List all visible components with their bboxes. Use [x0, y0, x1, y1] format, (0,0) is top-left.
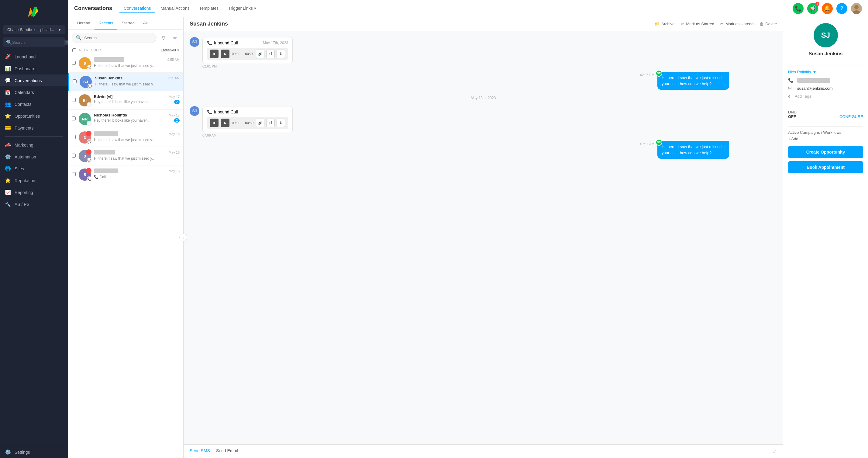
archive-button[interactable]: 📁 Archive [655, 22, 674, 26]
stop-button[interactable]: ■ [210, 50, 219, 58]
create-opportunity-button[interactable]: Create Opportunity [788, 146, 863, 158]
tab-templates[interactable]: Templates [195, 4, 223, 13]
automation-icon: ⚙️ [5, 154, 11, 160]
sidebar-search-input[interactable] [12, 40, 63, 45]
conv-checkbox[interactable] [73, 79, 76, 83]
conv-list: Unread Recents Starred All 🔍 ▽ ✏ 418 RES… [68, 17, 184, 458]
avatar: SJ [190, 37, 199, 47]
sidebar-item-label: Dashboard [14, 66, 36, 71]
message-preview: Hey there! It looks like you haven'.. [94, 118, 150, 122]
workspace-selector[interactable]: Chase Sandbox -- philad... ▾ [3, 25, 65, 34]
tab-unread[interactable]: Unread [73, 17, 95, 29]
tab-trigger-links[interactable]: Trigger Links ▾ [224, 4, 260, 13]
play-button[interactable]: ▶ [221, 50, 229, 58]
list-item[interactable]: NR @ Nicholas Rollintis May 17 Hey there… [68, 110, 183, 128]
search-icon: 🔍 [76, 35, 82, 41]
sidebar-item-dashboard[interactable]: 📊 Dashboard [0, 63, 68, 75]
archive-icon: 📁 [655, 22, 659, 26]
top-bar: Conversations Conversations Manual Actio… [68, 0, 868, 17]
audio-player: ■ ▶ 00:00 00:24 🔊 x1 ⬇ [207, 48, 288, 60]
add-campaign-button[interactable]: + Add [788, 137, 863, 141]
list-item[interactable]: 3 💬 ██ █ ██ May 16 Hi there, I saw that … [68, 147, 183, 166]
sidebar-item-asps[interactable]: 🔧 AS / PS [0, 198, 68, 210]
phone-icon-button[interactable]: 📞 [793, 3, 804, 14]
filter-button[interactable]: ▽ [159, 33, 168, 42]
download-button[interactable]: ⬇ [277, 119, 285, 127]
select-all-checkbox[interactable] [72, 48, 76, 52]
conv-search-field[interactable]: 🔍 [72, 33, 157, 43]
conv-list-tabs: Unread Recents Starred All [68, 17, 183, 30]
sidebar-item-automation[interactable]: ⚙️ Automation [0, 151, 68, 163]
reputation-icon: ⭐ [5, 178, 11, 183]
tab-all[interactable]: All [139, 17, 152, 29]
stop-button[interactable]: ■ [210, 119, 219, 127]
tab-recents[interactable]: Recents [95, 17, 118, 29]
settings-item[interactable]: ⚙️ Settings [0, 446, 68, 458]
avatar: 5 📞 [79, 169, 91, 181]
tab-send-email[interactable]: Send Email [216, 448, 238, 454]
conv-checkbox[interactable] [72, 135, 76, 139]
list-item[interactable]: SJ 💬 Susan Jenkins 7:11 AM Hi there, I s… [68, 73, 183, 91]
avatar: 9 💬 [79, 57, 91, 69]
sort-selector[interactable]: Latest-All ▾ [161, 48, 179, 52]
sidebar-item-launchpad[interactable]: 🚀 Launchpad [0, 51, 68, 63]
speed-button[interactable]: x1 [266, 50, 275, 58]
mark-starred-button[interactable]: ☆ Mark as Starred [680, 22, 714, 26]
sidebar-search-bar[interactable]: 🔍 ⌘K + [3, 37, 65, 47]
sidebar-item-conversations[interactable]: 💬 Conversations [0, 75, 68, 86]
sidebar: Chase Sandbox -- philad... ▾ 🔍 ⌘K + 🚀 La… [0, 0, 68, 458]
tab-manual-actions[interactable]: Manual Actions [157, 4, 194, 13]
conv-checkbox[interactable] [72, 61, 76, 65]
tab-conversations[interactable]: Conversations [119, 4, 155, 13]
help-icon-button[interactable]: ? [836, 3, 847, 14]
sidebar-item-calendars[interactable]: 📅 Calendars [0, 86, 68, 98]
conv-checkbox[interactable] [72, 172, 76, 176]
add-tags-placeholder[interactable]: Add Tags [795, 94, 811, 98]
list-item[interactable]: El @ Edwin [vl] May 17 Hey there! It loo… [68, 91, 183, 110]
configure-button[interactable]: CONFIGURE [839, 114, 863, 119]
download-button[interactable]: ⬇ [277, 50, 285, 58]
play-button[interactable]: ▶ [221, 119, 229, 127]
compose-button[interactable]: ✏ [170, 33, 180, 42]
user-avatar[interactable] [851, 3, 862, 14]
volume-button[interactable]: 🔊 [256, 50, 265, 58]
book-appointment-button[interactable]: Book Appointment [788, 161, 863, 173]
chat-footer: Send SMS Send Email ⤢ [184, 444, 783, 458]
sidebar-item-sites[interactable]: 🌐 Sites [0, 163, 68, 175]
assigned-user-name[interactable]: Nico Rolinitis [788, 69, 811, 74]
sidebar-item-label: AS / PS [14, 202, 29, 207]
chat-header: Susan Jenkins 📁 Archive ☆ Mark as Starre… [184, 17, 783, 31]
contact-name: ████ ██████ [94, 57, 124, 62]
contact-name: ██ █ ████ [94, 169, 118, 173]
list-item[interactable]: 5 📞 ██ █ ████ May 16 📞 Call [68, 166, 183, 184]
sidebar-item-label: Marketing [14, 143, 33, 147]
sidebar-item-payments[interactable]: 💳 Payments [0, 122, 68, 134]
conv-checkbox[interactable] [72, 116, 76, 120]
mark-unread-button[interactable]: ✉ Mark as Unread [720, 22, 753, 26]
conv-checkbox[interactable] [72, 98, 76, 102]
sidebar-item-opportunities[interactable]: ⭐ Opportunities [0, 110, 68, 122]
tab-starred[interactable]: Starred [117, 17, 139, 29]
bell-icon-button[interactable]: 🔔 [822, 3, 833, 14]
message-type-icon: @ [87, 121, 91, 125]
conv-search-input[interactable] [84, 36, 153, 40]
search-icon: 🔍 [6, 39, 12, 45]
opportunities-icon: ⭐ [5, 113, 11, 119]
message-type-icon: 💬 [88, 84, 92, 88]
right-panel: SJ Susan Jenkins Nico Rolinitis ▾ 📞 ███ … [783, 17, 868, 458]
announce-icon-button[interactable]: 📢 1 [807, 3, 818, 14]
volume-button[interactable]: 🔊 [256, 119, 265, 127]
sidebar-item-reporting[interactable]: 📈 Reporting [0, 187, 68, 198]
message-type-icon: 💬 [87, 139, 91, 144]
expand-button[interactable]: ⤢ [773, 449, 777, 454]
sidebar-item-contacts[interactable]: 👥 Contacts [0, 98, 68, 110]
sidebar-item-reputation[interactable]: ⭐ Reputation [0, 175, 68, 187]
list-item[interactable]: 9 💬 ████ ██████ 9:55 AM Hi there, I saw … [68, 54, 183, 73]
collapse-panel-button[interactable]: ‹ [179, 234, 187, 241]
list-item[interactable]: 3 💬 █ ██ ████ May 16 Hi there, I saw tha… [68, 128, 183, 147]
sidebar-item-marketing[interactable]: 📣 Marketing [0, 139, 68, 151]
speed-button[interactable]: x1 [266, 119, 275, 127]
conv-checkbox[interactable] [72, 153, 76, 158]
tab-send-sms[interactable]: Send SMS [190, 448, 210, 454]
delete-button[interactable]: 🗑 Delete [760, 22, 777, 26]
